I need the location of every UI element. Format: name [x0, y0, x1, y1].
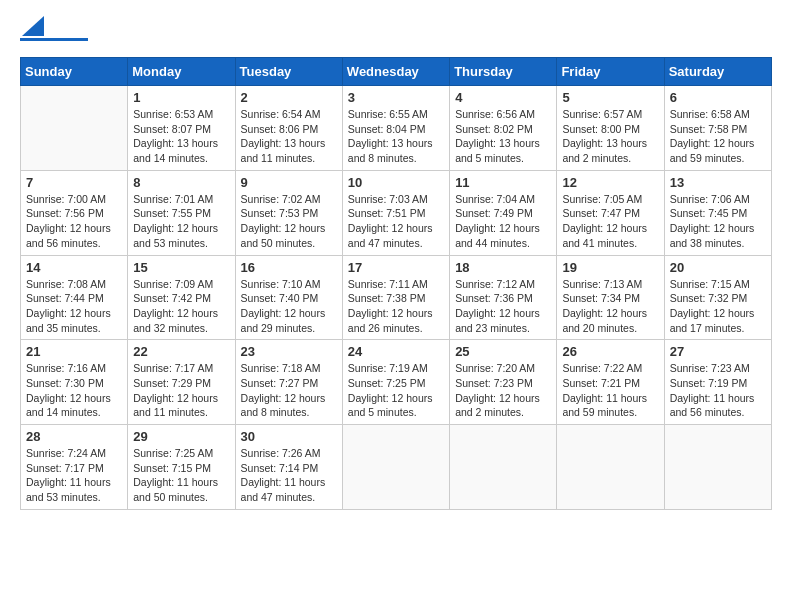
calendar-cell: 21Sunrise: 7:16 AMSunset: 7:30 PMDayligh… [21, 340, 128, 425]
calendar-week-row: 7Sunrise: 7:00 AMSunset: 7:56 PMDaylight… [21, 170, 772, 255]
page-header [20, 20, 772, 41]
calendar-cell: 29Sunrise: 7:25 AMSunset: 7:15 PMDayligh… [128, 425, 235, 510]
day-info: Sunrise: 7:24 AMSunset: 7:17 PMDaylight:… [26, 446, 122, 505]
weekday-header-row: SundayMondayTuesdayWednesdayThursdayFrid… [21, 58, 772, 86]
day-info: Sunrise: 7:15 AMSunset: 7:32 PMDaylight:… [670, 277, 766, 336]
calendar-cell: 10Sunrise: 7:03 AMSunset: 7:51 PMDayligh… [342, 170, 449, 255]
day-number: 30 [241, 429, 337, 444]
day-info: Sunrise: 7:11 AMSunset: 7:38 PMDaylight:… [348, 277, 444, 336]
day-info: Sunrise: 6:54 AMSunset: 8:06 PMDaylight:… [241, 107, 337, 166]
calendar-cell: 12Sunrise: 7:05 AMSunset: 7:47 PMDayligh… [557, 170, 664, 255]
calendar-cell: 1Sunrise: 6:53 AMSunset: 8:07 PMDaylight… [128, 86, 235, 171]
day-number: 2 [241, 90, 337, 105]
calendar-cell: 25Sunrise: 7:20 AMSunset: 7:23 PMDayligh… [450, 340, 557, 425]
calendar-cell: 15Sunrise: 7:09 AMSunset: 7:42 PMDayligh… [128, 255, 235, 340]
day-info: Sunrise: 6:57 AMSunset: 8:00 PMDaylight:… [562, 107, 658, 166]
day-number: 14 [26, 260, 122, 275]
day-info: Sunrise: 7:00 AMSunset: 7:56 PMDaylight:… [26, 192, 122, 251]
svg-marker-0 [22, 16, 44, 36]
day-number: 26 [562, 344, 658, 359]
calendar-cell: 16Sunrise: 7:10 AMSunset: 7:40 PMDayligh… [235, 255, 342, 340]
day-info: Sunrise: 7:22 AMSunset: 7:21 PMDaylight:… [562, 361, 658, 420]
day-number: 25 [455, 344, 551, 359]
day-info: Sunrise: 7:19 AMSunset: 7:25 PMDaylight:… [348, 361, 444, 420]
day-info: Sunrise: 6:53 AMSunset: 8:07 PMDaylight:… [133, 107, 229, 166]
day-info: Sunrise: 7:02 AMSunset: 7:53 PMDaylight:… [241, 192, 337, 251]
day-number: 12 [562, 175, 658, 190]
day-info: Sunrise: 7:03 AMSunset: 7:51 PMDaylight:… [348, 192, 444, 251]
day-info: Sunrise: 7:12 AMSunset: 7:36 PMDaylight:… [455, 277, 551, 336]
day-info: Sunrise: 7:20 AMSunset: 7:23 PMDaylight:… [455, 361, 551, 420]
day-number: 24 [348, 344, 444, 359]
calendar-cell: 19Sunrise: 7:13 AMSunset: 7:34 PMDayligh… [557, 255, 664, 340]
day-info: Sunrise: 7:06 AMSunset: 7:45 PMDaylight:… [670, 192, 766, 251]
day-info: Sunrise: 6:56 AMSunset: 8:02 PMDaylight:… [455, 107, 551, 166]
calendar-table: SundayMondayTuesdayWednesdayThursdayFrid… [20, 57, 772, 510]
calendar-cell: 3Sunrise: 6:55 AMSunset: 8:04 PMDaylight… [342, 86, 449, 171]
day-info: Sunrise: 7:16 AMSunset: 7:30 PMDaylight:… [26, 361, 122, 420]
day-number: 18 [455, 260, 551, 275]
weekday-header-tuesday: Tuesday [235, 58, 342, 86]
calendar-cell: 11Sunrise: 7:04 AMSunset: 7:49 PMDayligh… [450, 170, 557, 255]
day-info: Sunrise: 7:13 AMSunset: 7:34 PMDaylight:… [562, 277, 658, 336]
day-number: 3 [348, 90, 444, 105]
day-info: Sunrise: 7:04 AMSunset: 7:49 PMDaylight:… [455, 192, 551, 251]
day-number: 17 [348, 260, 444, 275]
calendar-cell: 26Sunrise: 7:22 AMSunset: 7:21 PMDayligh… [557, 340, 664, 425]
day-number: 21 [26, 344, 122, 359]
logo [20, 20, 88, 41]
day-number: 13 [670, 175, 766, 190]
calendar-cell: 22Sunrise: 7:17 AMSunset: 7:29 PMDayligh… [128, 340, 235, 425]
day-info: Sunrise: 7:05 AMSunset: 7:47 PMDaylight:… [562, 192, 658, 251]
calendar-cell [664, 425, 771, 510]
day-info: Sunrise: 7:25 AMSunset: 7:15 PMDaylight:… [133, 446, 229, 505]
day-number: 19 [562, 260, 658, 275]
day-number: 6 [670, 90, 766, 105]
day-number: 15 [133, 260, 229, 275]
calendar-cell: 2Sunrise: 6:54 AMSunset: 8:06 PMDaylight… [235, 86, 342, 171]
day-info: Sunrise: 6:58 AMSunset: 7:58 PMDaylight:… [670, 107, 766, 166]
calendar-cell [450, 425, 557, 510]
calendar-cell: 30Sunrise: 7:26 AMSunset: 7:14 PMDayligh… [235, 425, 342, 510]
day-info: Sunrise: 7:17 AMSunset: 7:29 PMDaylight:… [133, 361, 229, 420]
calendar-cell: 13Sunrise: 7:06 AMSunset: 7:45 PMDayligh… [664, 170, 771, 255]
day-info: Sunrise: 7:08 AMSunset: 7:44 PMDaylight:… [26, 277, 122, 336]
day-number: 23 [241, 344, 337, 359]
calendar-cell: 28Sunrise: 7:24 AMSunset: 7:17 PMDayligh… [21, 425, 128, 510]
day-number: 22 [133, 344, 229, 359]
calendar-cell [342, 425, 449, 510]
calendar-cell: 18Sunrise: 7:12 AMSunset: 7:36 PMDayligh… [450, 255, 557, 340]
calendar-cell: 14Sunrise: 7:08 AMSunset: 7:44 PMDayligh… [21, 255, 128, 340]
calendar-cell: 27Sunrise: 7:23 AMSunset: 7:19 PMDayligh… [664, 340, 771, 425]
calendar-cell: 4Sunrise: 6:56 AMSunset: 8:02 PMDaylight… [450, 86, 557, 171]
day-number: 29 [133, 429, 229, 444]
day-info: Sunrise: 7:26 AMSunset: 7:14 PMDaylight:… [241, 446, 337, 505]
calendar-cell: 20Sunrise: 7:15 AMSunset: 7:32 PMDayligh… [664, 255, 771, 340]
day-number: 9 [241, 175, 337, 190]
calendar-cell: 6Sunrise: 6:58 AMSunset: 7:58 PMDaylight… [664, 86, 771, 171]
day-number: 1 [133, 90, 229, 105]
day-info: Sunrise: 7:23 AMSunset: 7:19 PMDaylight:… [670, 361, 766, 420]
calendar-cell: 8Sunrise: 7:01 AMSunset: 7:55 PMDaylight… [128, 170, 235, 255]
calendar-cell: 23Sunrise: 7:18 AMSunset: 7:27 PMDayligh… [235, 340, 342, 425]
weekday-header-thursday: Thursday [450, 58, 557, 86]
day-number: 5 [562, 90, 658, 105]
day-info: Sunrise: 7:10 AMSunset: 7:40 PMDaylight:… [241, 277, 337, 336]
weekday-header-saturday: Saturday [664, 58, 771, 86]
day-info: Sunrise: 6:55 AMSunset: 8:04 PMDaylight:… [348, 107, 444, 166]
day-info: Sunrise: 7:18 AMSunset: 7:27 PMDaylight:… [241, 361, 337, 420]
calendar-cell: 17Sunrise: 7:11 AMSunset: 7:38 PMDayligh… [342, 255, 449, 340]
day-number: 8 [133, 175, 229, 190]
day-number: 16 [241, 260, 337, 275]
calendar-cell: 9Sunrise: 7:02 AMSunset: 7:53 PMDaylight… [235, 170, 342, 255]
calendar-week-row: 14Sunrise: 7:08 AMSunset: 7:44 PMDayligh… [21, 255, 772, 340]
weekday-header-friday: Friday [557, 58, 664, 86]
day-number: 4 [455, 90, 551, 105]
calendar-cell: 5Sunrise: 6:57 AMSunset: 8:00 PMDaylight… [557, 86, 664, 171]
logo-arrow-icon [22, 16, 44, 36]
day-number: 11 [455, 175, 551, 190]
day-number: 28 [26, 429, 122, 444]
weekday-header-monday: Monday [128, 58, 235, 86]
day-info: Sunrise: 7:01 AMSunset: 7:55 PMDaylight:… [133, 192, 229, 251]
calendar-cell: 7Sunrise: 7:00 AMSunset: 7:56 PMDaylight… [21, 170, 128, 255]
